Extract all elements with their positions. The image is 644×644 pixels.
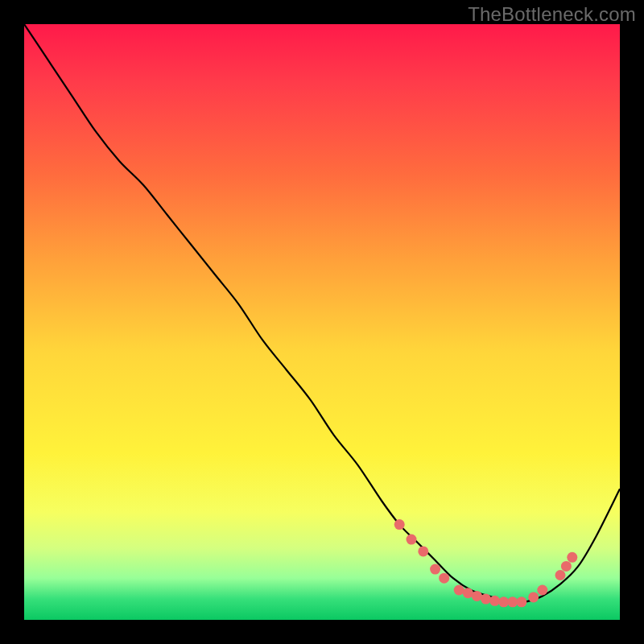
data-dot — [463, 588, 473, 598]
data-dot — [472, 591, 482, 601]
data-dot — [537, 585, 547, 596]
chart-svg — [24, 24, 620, 620]
data-dot — [528, 592, 539, 602]
data-dot — [507, 597, 518, 607]
data-dot — [516, 597, 526, 607]
data-dot — [430, 564, 440, 575]
data-dot — [418, 546, 428, 556]
data-dot — [489, 596, 500, 606]
data-dot — [439, 573, 449, 584]
data-dot — [567, 552, 577, 563]
plot-area — [24, 24, 620, 620]
watermark-text: TheBottleneck.com — [468, 3, 636, 26]
data-dot — [394, 519, 405, 530]
chart-frame: TheBottleneck.com — [0, 0, 644, 644]
data-dot — [555, 570, 566, 580]
data-dot — [454, 585, 464, 596]
gradient-background — [24, 24, 620, 620]
data-dot — [481, 594, 491, 605]
data-dot — [407, 535, 417, 545]
data-dot — [498, 597, 509, 607]
data-dot — [561, 561, 572, 572]
